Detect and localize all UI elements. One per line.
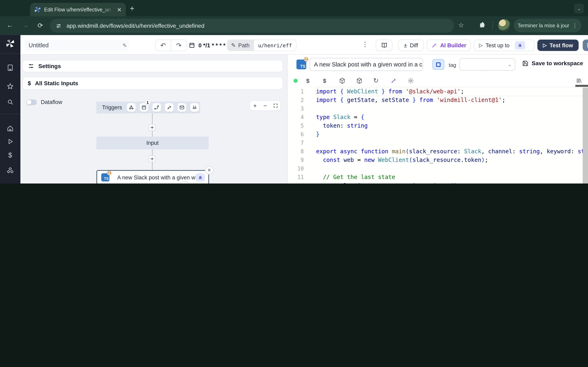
stop-after-step-button[interactable] (181, 182, 189, 184)
test-up-to-step-badge[interactable]: a (515, 41, 525, 49)
address-bar[interactable]: app.windmill.dev/flows/edit/u/henri/effe… (50, 19, 454, 33)
code-line[interactable] (316, 164, 588, 173)
step-summary-input[interactable]: A new Slack post with a given word in a … (310, 58, 423, 71)
code-line[interactable]: // Get the last state (316, 173, 588, 182)
bookmark-star-icon[interactable]: ☆ (458, 21, 464, 29)
browser-tab-strip: Edit Flow u/henri/effective_un ✕ + ⌄ (0, 0, 588, 16)
select-step-toggle[interactable] (432, 59, 444, 70)
dataflow-control: Dataflow (26, 99, 62, 105)
tab-search-chevron-icon[interactable]: ⌄ (574, 4, 584, 13)
browser-tab[interactable]: Edit Flow u/henri/effective_un ✕ (30, 3, 126, 16)
flow-canvas[interactable]: Dataflow + − Triggers (20, 92, 287, 184)
tag-label: tag (449, 62, 456, 68)
code-lines: import { WebClient } from '@slack/web-ap… (316, 87, 588, 184)
route-trigger-icon[interactable] (152, 103, 161, 112)
zoom-in-button[interactable]: + (250, 102, 260, 109)
extensions-icon[interactable] (479, 22, 486, 29)
sidebar-item-runs[interactable] (0, 138, 20, 145)
emoji-avatar-icon (107, 171, 112, 175)
sidebar-item-search[interactable] (0, 98, 20, 106)
new-tab-button[interactable]: + (130, 4, 134, 13)
sidebar-divider (0, 53, 20, 54)
code-line[interactable]: export async function main(slack_resourc… (316, 147, 588, 156)
email-trigger-icon[interactable] (178, 103, 186, 112)
line-numbers: 123456789101112131415161718192021222324 (287, 87, 304, 184)
code-line[interactable]: import { getState, setState } from 'wind… (316, 96, 588, 104)
package-icon[interactable] (356, 77, 363, 84)
path-value-segment[interactable]: u/henri/eff (254, 40, 296, 51)
code-line[interactable]: token: string (316, 122, 588, 130)
add-step-button[interactable]: + (149, 124, 156, 131)
zoom-out-button[interactable]: − (260, 102, 270, 109)
schedule-summary[interactable]: 0 */1 * * * * (189, 40, 225, 51)
add-step-button[interactable]: + (149, 155, 156, 162)
dataflow-label: Dataflow (41, 99, 62, 105)
save-to-workspace-button[interactable]: Save to workspace (522, 60, 583, 67)
magic-wand-icon (431, 42, 437, 48)
dataflow-toggle[interactable] (26, 99, 37, 105)
flow-settings-bar[interactable]: Settings (22, 60, 283, 72)
emoji-avatar-icon (304, 57, 308, 62)
editor-vertical-scrollbar[interactable] (583, 88, 588, 184)
browser-update-button[interactable]: Terminer la mise à jour ⋮ (514, 19, 581, 32)
script-settings-gear-icon[interactable] (407, 77, 414, 84)
webhook-trigger-icon[interactable] (127, 103, 136, 112)
code-line[interactable]: const lastState: any = await getState(); (316, 182, 588, 184)
sidebar-item-variables[interactable]: $ (0, 151, 20, 159)
browser-menu-kebab-icon[interactable]: ⋮ (572, 22, 577, 29)
canvas-zoom-controls: + − (250, 100, 281, 111)
undo-button[interactable]: ↶ (155, 40, 171, 51)
code-line[interactable] (316, 104, 588, 113)
fit-view-button[interactable] (270, 103, 281, 108)
step-slack-node[interactable]: TS A new Slack post with a given wor... … (96, 170, 209, 184)
save-to-workspace-label: Save to workspace (532, 60, 583, 67)
all-static-inputs-bar[interactable]: $ All Static Inputs (22, 77, 283, 90)
code-line[interactable]: type Slack = { (316, 113, 588, 122)
triggers-node[interactable]: Triggers 1 (96, 101, 200, 113)
reload-icon[interactable]: ⟳ (38, 22, 43, 29)
poll-trigger-icon[interactable] (190, 103, 199, 112)
status-dot-icon (294, 79, 298, 83)
ai-wand-icon[interactable] (390, 77, 397, 84)
diff-button[interactable]: ± Diff (398, 40, 424, 51)
resources-icon[interactable]: $ (323, 77, 326, 84)
profile-avatar[interactable] (498, 19, 510, 31)
sidebar-item-workspace[interactable] (0, 64, 20, 71)
package-icon[interactable] (339, 77, 346, 84)
schedule-count-badge: 1 (145, 100, 151, 106)
tag-select[interactable]: ⌄ (459, 58, 515, 71)
websocket-trigger-icon[interactable] (165, 103, 173, 112)
redo-button[interactable]: ↷ (171, 40, 187, 51)
path-label: Path (238, 42, 250, 48)
variables-icon[interactable]: $ (306, 77, 310, 84)
tab-close-icon[interactable]: ✕ (117, 7, 122, 12)
back-icon[interactable]: ← (7, 22, 13, 29)
reset-icon[interactable]: ↻ (373, 77, 379, 84)
docs-button[interactable] (376, 40, 392, 51)
sidebar-item-resources[interactable] (0, 167, 20, 174)
code-editor[interactable]: 123456789101112131415161718192021222324 … (287, 85, 588, 184)
flow-name-field[interactable]: Untitled ✎ (25, 40, 129, 51)
more-options-kebab-icon[interactable]: ⋮ (362, 40, 368, 48)
path-label-segment[interactable]: ✎ Path (227, 40, 254, 51)
save-icon (522, 60, 528, 66)
code-line[interactable]: const web = new WebClient(slack_resource… (316, 156, 588, 164)
code-line[interactable]: import { WebClient } from '@slack/web-ap… (316, 87, 588, 96)
library-icon[interactable] (576, 77, 582, 84)
path-chip[interactable]: ✎ Path u/henri/eff (227, 40, 296, 51)
test-up-to-button[interactable]: ▷ Test up to a (474, 40, 535, 51)
ai-builder-button[interactable]: AI Builder (427, 40, 471, 51)
sidebar-item-home[interactable] (0, 125, 20, 132)
edit-name-pencil-icon[interactable]: ✎ (122, 42, 127, 48)
test-flow-button[interactable]: ▷ Test flow (537, 40, 579, 51)
code-line[interactable]: } (316, 130, 588, 139)
windmill-logo-icon[interactable] (0, 39, 20, 48)
code-line[interactable] (316, 139, 588, 147)
ai-builder-label: AI Builder (440, 42, 466, 48)
sidebar-item-favorites[interactable] (0, 83, 20, 90)
save-draft-button[interactable]: Draft (583, 40, 588, 51)
remove-step-button[interactable]: ✕ (205, 166, 214, 175)
input-node[interactable]: Input (96, 137, 209, 149)
forward-icon[interactable]: → (22, 22, 29, 29)
schedule-trigger-icon[interactable]: 1 (140, 103, 148, 112)
